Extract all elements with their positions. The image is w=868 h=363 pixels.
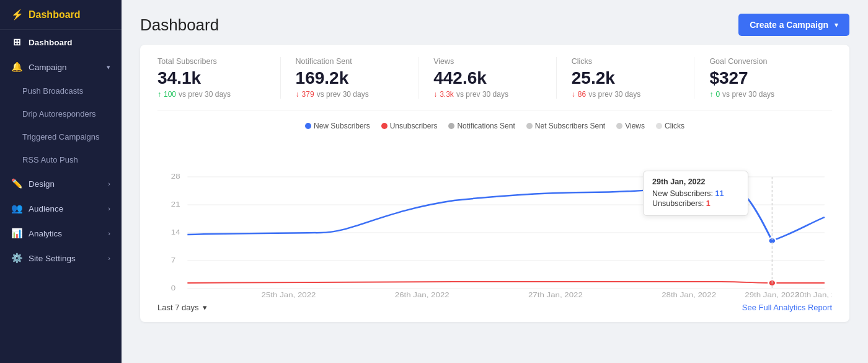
dashboard-icon: ⊞ (11, 37, 22, 48)
chevron-right-icon: › (108, 205, 110, 212)
sidebar-item-drip-autoresponders[interactable]: Drip Autoresponders (0, 102, 122, 125)
svg-text:25th Jan, 2022: 25th Jan, 2022 (262, 291, 316, 298)
arrow-down-icon: ↓ (296, 90, 299, 99)
see-analytics-label: See Full Analytics Report (742, 303, 832, 312)
svg-text:30th Jan, 2022: 30th Jan, 2022 (795, 291, 832, 298)
legend-dot-gray2 (526, 123, 533, 129)
legend-dot-gray1 (448, 123, 454, 129)
sidebar-item-triggered-campaigns[interactable]: Triggered Campaigns (0, 125, 122, 148)
create-campaign-button[interactable]: Create a Campaign ▾ (738, 14, 849, 36)
legend-net-subscribers: Net Subscribers Sent (526, 122, 605, 130)
page-title: Dashboard (140, 16, 219, 35)
stat-change-val: 100 (164, 90, 176, 99)
stat-value: 169.2k (296, 68, 404, 88)
sidebar-sub-label: Triggered Campaigns (22, 132, 100, 141)
sidebar-item-audience[interactable]: 👥 Audience › (0, 196, 122, 221)
legend-unsubscribers: Unsubscribers (381, 122, 438, 130)
stat-change-text: vs prev 30 days (588, 90, 640, 99)
see-full-analytics-button[interactable]: See Full Analytics Report (742, 303, 832, 312)
stats-row: Total Subscribers 34.1k ↑ 100 vs prev 30… (157, 57, 832, 110)
sidebar-item-design[interactable]: ✏️ Design › (0, 171, 122, 196)
date-range-button[interactable]: Last 7 days ▾ (157, 303, 207, 312)
sidebar-item-label: Audience (29, 204, 63, 213)
chart-bottom: Last 7 days ▾ See Full Analytics Report (157, 303, 832, 312)
create-campaign-label: Create a Campaign (750, 20, 828, 30)
sidebar-item-site-settings[interactable]: ⚙️ Site Settings › (0, 246, 122, 271)
legend-label: New Subscribers (314, 122, 370, 130)
chart-container: 0 7 14 21 28 (157, 137, 832, 298)
dashboard-card: Total Subscribers 34.1k ↑ 100 vs prev 30… (140, 45, 849, 322)
logo-label: Dashboard (29, 9, 81, 20)
stat-value: 25.2k (572, 68, 680, 88)
analytics-icon: 📊 (11, 228, 22, 239)
legend-new-subscribers: New Subscribers (305, 122, 370, 130)
stat-change: ↑ 0 vs prev 30 days (709, 90, 817, 99)
sidebar-sub-label: Push Broadcasts (22, 86, 83, 96)
stat-label: Clicks (572, 57, 680, 66)
arrow-down-icon: ↓ (433, 90, 437, 99)
stat-value: 442.6k (433, 68, 541, 88)
chevron-right-icon: › (108, 254, 110, 262)
stat-total-subscribers: Total Subscribers 34.1k ↑ 100 vs prev 30… (157, 57, 281, 99)
legend-dot-gray3 (616, 123, 622, 129)
legend-label: Net Subscribers Sent (535, 122, 605, 130)
stat-views: Views 442.6k ↓ 3.3k vs prev 30 days (433, 57, 557, 99)
arrow-down-icon: ↓ (572, 90, 575, 99)
chart-svg: 0 7 14 21 28 (157, 137, 832, 298)
chart-legend: New Subscribers Unsubscribers Notificati… (157, 122, 832, 130)
campaign-icon: 🔔 (11, 61, 22, 73)
stat-change-text: vs prev 30 days (317, 90, 369, 99)
stat-label: Notification Sent (296, 57, 404, 66)
svg-text:29th Jan, 2022: 29th Jan, 2022 (745, 291, 799, 298)
arrow-up-icon: ↑ (157, 90, 161, 99)
stat-value: $327 (709, 68, 817, 88)
stat-change-val: 379 (302, 90, 314, 99)
svg-text:21: 21 (171, 200, 180, 208)
audience-icon: 👥 (11, 203, 22, 214)
svg-text:0: 0 (171, 284, 176, 292)
stat-value: 34.1k (157, 68, 265, 88)
legend-clicks: Clicks (656, 122, 684, 130)
stat-change: ↓ 86 vs prev 30 days (572, 90, 680, 99)
sidebar-item-analytics[interactable]: 📊 Analytics › (0, 221, 122, 246)
stat-label: Goal Conversion (709, 57, 817, 66)
sidebar-sub-label: Drip Autoresponders (22, 109, 96, 119)
stat-change: ↓ 379 vs prev 30 days (296, 90, 404, 99)
main-content: Dashboard Create a Campaign ▾ Total Subs… (122, 0, 868, 363)
chevron-down-icon: ▾ (107, 63, 110, 71)
stat-change-text: vs prev 30 days (722, 90, 774, 99)
sidebar-item-label: Design (29, 179, 55, 189)
sidebar-item-label: Site Settings (29, 254, 76, 263)
legend-label: Notifications Sent (457, 122, 515, 130)
stat-label: Total Subscribers (157, 57, 265, 66)
sidebar-item-campaign[interactable]: 🔔 Campaign ▾ (0, 55, 122, 79)
sidebar-logo[interactable]: ⚡ Dashboard (0, 0, 122, 30)
sidebar-sub-label: RSS Auto Push (22, 155, 78, 164)
legend-dot-gray4 (656, 123, 662, 129)
logo-icon: ⚡ (11, 9, 24, 20)
design-icon: ✏️ (11, 178, 22, 189)
legend-dot-red (381, 123, 388, 129)
sidebar-item-push-broadcasts[interactable]: Push Broadcasts (0, 79, 122, 102)
svg-text:26th Jan, 2022: 26th Jan, 2022 (395, 291, 450, 298)
svg-text:28th Jan, 2022: 28th Jan, 2022 (662, 291, 716, 298)
stat-change-val: 0 (715, 90, 720, 99)
legend-label: Views (625, 122, 645, 130)
date-range-label: Last 7 days (157, 303, 199, 312)
stat-change: ↓ 3.3k vs prev 30 days (433, 90, 541, 99)
stat-change-text: vs prev 30 days (456, 90, 508, 99)
sidebar-item-dashboard[interactable]: ⊞ Dashboard (0, 30, 122, 55)
stat-change-val: 86 (578, 90, 586, 99)
stat-notification-sent: Notification Sent 169.2k ↓ 379 vs prev 3… (296, 57, 419, 99)
stat-change-val: 3.3k (440, 90, 454, 99)
sidebar-item-rss-auto-push[interactable]: RSS Auto Push (0, 148, 122, 171)
chevron-down-icon: ▾ (835, 21, 838, 29)
main-header: Dashboard Create a Campaign ▾ (122, 0, 868, 45)
chevron-down-icon: ▾ (203, 303, 207, 312)
stat-change-text: vs prev 30 days (179, 90, 231, 99)
svg-text:7: 7 (171, 256, 176, 264)
legend-label: Clicks (665, 122, 684, 130)
stat-goal-conversion: Goal Conversion $327 ↑ 0 vs prev 30 days (709, 57, 832, 99)
arrow-up-icon: ↑ (709, 90, 713, 99)
svg-text:27th Jan, 2022: 27th Jan, 2022 (528, 291, 583, 298)
